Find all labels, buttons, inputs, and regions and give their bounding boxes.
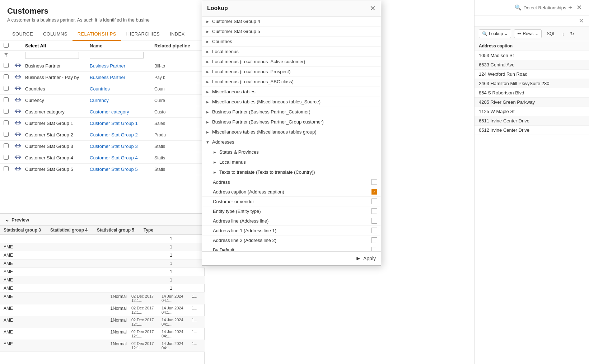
- refresh-button[interactable]: ↻: [569, 30, 576, 37]
- tree-leaf-checkbox[interactable]: [371, 199, 377, 204]
- detect-icon: 🔍: [515, 4, 522, 11]
- row-checkbox[interactable]: [4, 120, 9, 125]
- panel-close-button[interactable]: ✕: [579, 17, 584, 25]
- row-checkbox[interactable]: [4, 74, 9, 79]
- sql-button[interactable]: SQL: [544, 30, 557, 38]
- right-data-row[interactable]: 124 Wexford Run Road: [475, 70, 589, 79]
- tree-root-item[interactable]: ► Local menus (Local menus_Active custom…: [202, 57, 381, 67]
- lookup-dropdown-button[interactable]: 🔍 Lookup ⌄: [479, 29, 511, 38]
- preview-cell-c4: 1: [94, 318, 113, 326]
- tree-root-item[interactable]: ► Miscellaneous tables (Miscellaneous ta…: [202, 127, 381, 137]
- row-checkbox[interactable]: [4, 109, 9, 114]
- tree-child-item[interactable]: ► States & Provinces: [202, 147, 381, 157]
- tab-relationships[interactable]: RELATIONSHIPS: [73, 28, 121, 41]
- row-related[interactable]: Business Partner: [90, 75, 154, 80]
- tree-leaf-checkbox[interactable]: [371, 247, 377, 251]
- collapse-icon: ►: [206, 29, 211, 34]
- row-checkbox[interactable]: [4, 97, 9, 102]
- right-data-row[interactable]: 1125 W Maple St: [475, 107, 589, 116]
- tree-leaf-checkbox[interactable]: [371, 237, 377, 243]
- rows-dropdown-button[interactable]: ☷ Rows ⌄: [514, 29, 542, 38]
- tree-child-item[interactable]: ► Texts to translate (Texts to translate…: [202, 167, 381, 177]
- tree-leaf-checkbox[interactable]: [371, 218, 377, 224]
- right-close-row: ✕: [475, 15, 589, 27]
- preview-cell-c3: [97, 236, 144, 241]
- preview-header[interactable]: ⌄ Preview: [0, 214, 205, 226]
- preview-cell-c3: [64, 294, 94, 303]
- preview-col-headers: Statistical group 3 Statistical group 4 …: [0, 226, 205, 235]
- right-data-row[interactable]: 2463 Hamilton Mill PkwySuite 230: [475, 79, 589, 88]
- relationship-icon: [14, 108, 22, 115]
- row-related[interactable]: Customer category: [90, 109, 154, 115]
- tree-leaf-checkbox[interactable]: [371, 208, 377, 214]
- table-row: Currency Currency Curre: [0, 95, 204, 106]
- tree-leaf-checkbox[interactable]: ✓: [371, 189, 377, 195]
- tree-item-label: Customer Stat Group 5: [212, 29, 377, 34]
- row-name: Customer Stat Group 2: [25, 132, 90, 137]
- preview-cell-c1: AME: [4, 261, 50, 266]
- download-button[interactable]: ↓: [560, 30, 566, 37]
- row-checkbox[interactable]: [4, 63, 9, 68]
- tree-item-label: Miscellaneous tables: [212, 89, 377, 94]
- col-related-header: Related pipeline: [154, 43, 197, 48]
- preview-row: AME 1 Normal 02 Dec 2017 12:1... 14 Jun …: [0, 304, 205, 316]
- tree-root-item[interactable]: ► Countries: [202, 37, 381, 47]
- row-related[interactable]: Customer Stat Group 2: [90, 132, 154, 137]
- right-data-row[interactable]: 6633 Central Ave: [475, 60, 589, 70]
- right-data-row[interactable]: 1053 Madison St: [475, 51, 589, 60]
- tree-root-item[interactable]: ► Miscellaneous tables (Miscellaneous ta…: [202, 97, 381, 107]
- right-data-row[interactable]: 854 S Robertson Blvd: [475, 88, 589, 98]
- table-row: Countries Countries Coun: [0, 83, 204, 95]
- tree-root-item[interactable]: ▼ Addresses: [202, 137, 381, 147]
- modal-footer: ► Apply: [202, 251, 381, 265]
- tree-root-item[interactable]: ► Business Partner (Business Partner_Cus…: [202, 107, 381, 117]
- row-related[interactable]: Currency: [90, 98, 154, 103]
- tab-columns[interactable]: COLUMNS: [38, 28, 73, 41]
- row-checkbox[interactable]: [4, 166, 9, 171]
- tree-child-item[interactable]: ► Local menus: [202, 157, 381, 167]
- row-related[interactable]: Customer Stat Group 4: [90, 155, 154, 160]
- add-button[interactable]: +: [566, 4, 574, 11]
- row-related[interactable]: Customer Stat Group 3: [90, 144, 154, 149]
- right-data-row[interactable]: 6511 Irvine Center Drive: [475, 116, 589, 126]
- related-filter-input[interactable]: [90, 52, 144, 59]
- preview-cell-c3: [64, 318, 94, 326]
- tree-leaf-checkbox[interactable]: [371, 228, 377, 233]
- row-related[interactable]: Customer Stat Group 1: [90, 121, 154, 126]
- row-related[interactable]: Business Partner: [90, 63, 154, 69]
- tree-root-item[interactable]: ► Local menus (Local menus_ABC class): [202, 77, 381, 87]
- collapse-icon: ►: [206, 110, 211, 114]
- collapse-icon: ►: [206, 70, 211, 74]
- right-data-row[interactable]: 6512 Irvine Center Drive: [475, 126, 589, 135]
- tree-item-label: Miscellaneous tables (Miscellaneous tabl…: [212, 99, 377, 104]
- select-all-checkbox[interactable]: [4, 43, 9, 48]
- row-checkbox[interactable]: [4, 132, 9, 137]
- apply-button[interactable]: ► Apply: [355, 255, 376, 262]
- preview-row: AME 1: [0, 260, 205, 268]
- tree-leaf-checkbox[interactable]: [371, 179, 377, 185]
- delete-button[interactable]: ✕: [574, 4, 584, 11]
- preview-cell-c3: [97, 261, 144, 266]
- row-checkbox[interactable]: [4, 143, 9, 148]
- tree-root-item[interactable]: ► Local menus (Local menus_Prospect): [202, 67, 381, 77]
- tab-index[interactable]: INDEX: [165, 28, 190, 41]
- tree-root-item[interactable]: ► Miscellaneous tables: [202, 87, 381, 97]
- tree-root-item[interactable]: ► Local menus: [202, 47, 381, 57]
- right-data-row[interactable]: 4205 River Green Parkway: [475, 98, 589, 107]
- row-related[interactable]: Countries: [90, 86, 154, 92]
- preview-cell-c2: [50, 236, 97, 241]
- tab-hierarchies[interactable]: HIERARCHIES: [121, 28, 165, 41]
- detect-relationships-button[interactable]: 🔍 Detect Relationships: [515, 4, 566, 11]
- modal-close-button[interactable]: ✕: [370, 4, 376, 13]
- tree-root-item[interactable]: ► Customer Stat Group 4: [202, 17, 381, 27]
- row-checkbox[interactable]: [4, 86, 9, 91]
- row-checkbox[interactable]: [4, 155, 9, 160]
- tree-root-item[interactable]: ► Business Partner (Business Partner_Gro…: [202, 117, 381, 127]
- relationship-icon: [14, 120, 22, 126]
- tree-root-item[interactable]: ► Customer Stat Group 5: [202, 27, 381, 37]
- page-subtitle: A customer is a business partner. As suc…: [0, 17, 204, 28]
- row-related[interactable]: Customer Stat Group 5: [90, 167, 154, 172]
- name-filter-input[interactable]: [25, 52, 79, 59]
- preview-section: ⌄ Preview Statistical group 3 Statistica…: [0, 213, 205, 364]
- tab-source[interactable]: SOURCE: [7, 28, 38, 41]
